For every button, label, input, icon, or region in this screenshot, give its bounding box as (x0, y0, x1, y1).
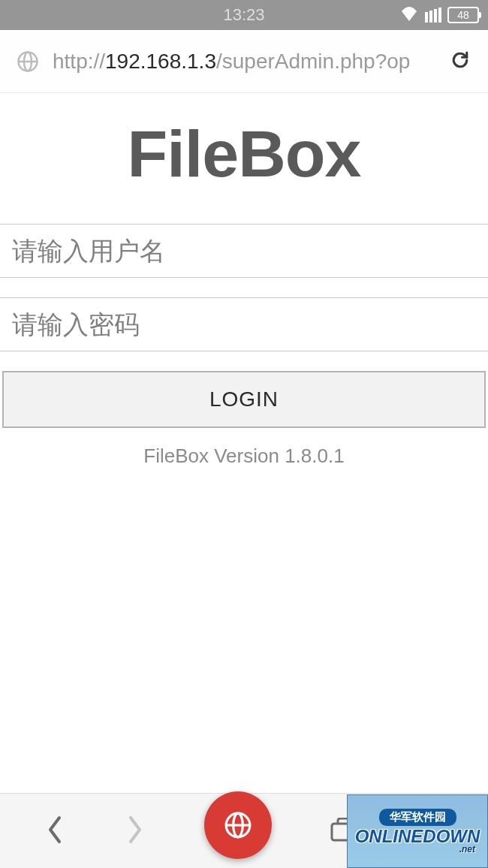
username-input[interactable] (0, 224, 488, 278)
version-text: FileBox Version 1.8.0.1 (0, 445, 488, 468)
watermark-cn: 华军软件园 (379, 809, 456, 826)
url-host: 192.168.1.3 (105, 50, 216, 73)
url-path: /superAdmin.php?op (216, 50, 410, 73)
login-button[interactable]: LOGIN (2, 371, 486, 428)
back-button[interactable] (44, 815, 65, 848)
wifi-icon (399, 6, 419, 24)
signal-icon (425, 8, 441, 23)
globe-icon (17, 50, 39, 73)
page-title: FileBox (0, 116, 488, 192)
forward-button[interactable] (125, 815, 146, 848)
browser-url-bar: http://192.168.1.3/superAdmin.php?op (0, 30, 488, 93)
watermark-brand: ONLINEDOWN (355, 827, 480, 845)
watermark: 华军软件园 ONLINEDOWN .net (347, 794, 488, 868)
status-icons: 48 (399, 6, 479, 24)
battery-level: 48 (457, 9, 469, 21)
page-content: FileBox LOGIN FileBox Version 1.8.0.1 (0, 93, 488, 468)
refresh-icon[interactable] (449, 49, 471, 74)
watermark-domain: .net (459, 844, 475, 854)
status-bar: 13:23 48 (0, 0, 488, 30)
battery-icon: 48 (447, 7, 479, 23)
url-prefix: http:// (53, 50, 105, 73)
home-fab-button[interactable] (204, 791, 272, 859)
password-input[interactable] (0, 297, 488, 351)
status-time: 13:23 (223, 5, 264, 25)
url-input[interactable]: http://192.168.1.3/superAdmin.php?op (53, 50, 435, 74)
